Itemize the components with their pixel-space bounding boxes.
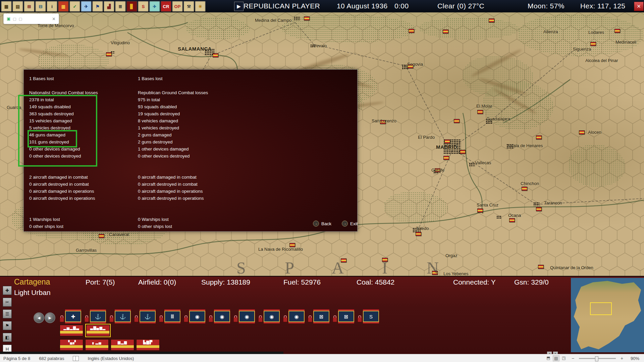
port-unit[interactable]: ◉: [239, 311, 255, 322]
loss-line: [138, 82, 208, 89]
snip-mode-icon[interactable]: ▢: [13, 17, 16, 21]
unit-symbol: ▃▇▄▆▂: [90, 326, 106, 330]
view-switcher: ⬒▤◳: [545, 355, 567, 361]
map-label: SALAMANCA: [178, 46, 212, 52]
snip-close-icon[interactable]: ✕: [52, 16, 56, 21]
close-button[interactable]: ✕: [634, 2, 644, 11]
map-label: Canaveral: [109, 232, 129, 237]
control-flag-icon: [304, 16, 310, 20]
control-flag-icon: [477, 110, 483, 114]
port-unit[interactable]: ◉: [264, 311, 280, 322]
commanders-report-icon[interactable]: CR: [161, 1, 171, 12]
flag-tool-icon[interactable]: ⚑: [3, 321, 12, 330]
rail-network-icon[interactable]: ≣: [115, 1, 126, 12]
garrison-unit[interactable]: Ⅲ: [164, 311, 180, 322]
web-layout-icon[interactable]: ◳: [561, 355, 567, 361]
status-stat: Airfield: 0(0): [138, 278, 176, 286]
scroll-units-left-button[interactable]: ◀: [34, 312, 44, 323]
unit-slot: ⚓: [85, 311, 106, 322]
rail-repair-icon[interactable]: ⚒: [183, 1, 194, 12]
floating-snip-toolbar[interactable]: ▣ ▢ ▢ ✕: [3, 13, 59, 24]
terrain-type-label: Light Urban: [14, 289, 51, 297]
snip-options-icon[interactable]: ▢: [19, 17, 22, 21]
lock-icon: [333, 317, 337, 322]
factory-unit[interactable]: ▙▇▛: [136, 339, 160, 351]
loss-line: 0 other devices destroyed: [29, 153, 98, 160]
rail-tool-icon[interactable]: ☰: [3, 309, 12, 318]
lock-icon: [159, 317, 163, 322]
read-mode-icon[interactable]: ⬒: [545, 355, 551, 361]
victory-icon[interactable]: ✓: [69, 1, 80, 12]
map-label: Garrovillas: [76, 248, 97, 253]
print-layout-icon[interactable]: ▤: [553, 355, 559, 361]
map-label: Toledo: [416, 226, 429, 231]
infantry-unit[interactable]: ⊠: [338, 311, 354, 322]
unit-list-icon[interactable]: ⊞: [24, 1, 35, 12]
loss-line: 46 guns damaged: [29, 131, 98, 138]
air-doctrine-icon[interactable]: ✈: [81, 1, 92, 12]
map-label: Vitigudino: [111, 40, 130, 45]
hq-unit[interactable]: ✚: [65, 311, 81, 322]
port-unit[interactable]: ◉: [189, 311, 205, 322]
supply-ship-unit[interactable]: S: [363, 311, 379, 322]
map-mode-icon[interactable]: ▦: [1, 1, 12, 12]
loss-line: 1 Warships lost: [29, 216, 98, 223]
scroll-units-right-button[interactable]: ▶: [45, 312, 55, 323]
back-button[interactable]: → Back: [313, 221, 331, 227]
losses-icon[interactable]: ▥: [58, 1, 69, 12]
map-label: La Nava de Ricomalillo: [258, 247, 303, 252]
scissors-tool-icon[interactable]: ✂: [3, 298, 12, 307]
port-unit[interactable]: ◉: [288, 311, 305, 322]
zoom-in-button[interactable]: +: [620, 356, 624, 361]
control-flag-icon: [99, 234, 104, 238]
warship-unit[interactable]: ▝▄▞: [60, 339, 83, 351]
map-label: Segovia: [407, 62, 423, 67]
unit-symbol: ⚓: [145, 314, 151, 319]
naval-base-unit[interactable]: ⚓: [140, 311, 156, 322]
map-label: MADRID: [436, 144, 457, 150]
port-unit[interactable]: ◉: [214, 311, 230, 322]
naval-base-unit[interactable]: ⚓: [115, 311, 131, 322]
unit-counter-row-3: ▝▄▞▖▂▄▆▂▆▙▇▛: [60, 339, 160, 351]
loss-line: 1 vehicles destroyed: [138, 124, 208, 131]
minimap[interactable]: [571, 278, 644, 352]
loss-line: 0 aircraft destroyed in operations: [29, 195, 98, 202]
city-base-unit-selected[interactable]: ▃▇▄▆▂: [86, 325, 110, 336]
infantry-unit[interactable]: ⊠: [313, 311, 329, 322]
loss-line: 0 aircraft destroyed in combat: [138, 181, 208, 188]
anchor-tool-icon[interactable]: ✚: [3, 286, 12, 295]
unit-counter-row-1: ✚⚓⚓⚓Ⅲ◉◉◉◉◉⊠⊠S: [60, 311, 379, 322]
snip-new-icon[interactable]: ▣: [7, 16, 10, 21]
objectives-flag-icon[interactable]: ⚑: [92, 1, 103, 12]
language-status[interactable]: Inglés (Estados Unidos): [88, 356, 134, 361]
control-flag-icon: [489, 18, 494, 22]
minimap-viewport-rect[interactable]: [590, 302, 612, 315]
operations-icon[interactable]: OP: [172, 1, 183, 12]
contrast-tool-icon[interactable]: ◧: [3, 333, 12, 342]
zoom-slider[interactable]: [579, 358, 616, 359]
supply-icon[interactable]: S: [138, 1, 149, 12]
artillery-icon[interactable]: ▟: [104, 1, 114, 12]
exit-button[interactable]: → Exit: [342, 221, 358, 227]
production-chart-icon[interactable]: ▊: [126, 1, 137, 12]
orders-icon[interactable]: ⊟: [35, 1, 46, 12]
proofing-icon[interactable]: [73, 356, 79, 361]
transport-ship-unit[interactable]: ▖▂▄: [85, 339, 109, 351]
loss-line: 1 Bases lost: [138, 75, 208, 82]
loss-line: 0 other devices damaged: [29, 145, 98, 153]
roster-icon[interactable]: ▤: [12, 1, 23, 12]
zoom-slider-thumb[interactable]: [595, 356, 598, 361]
naval-base-unit[interactable]: ⚓: [90, 311, 106, 322]
train-unit[interactable]: ▆▂▆: [111, 339, 134, 351]
page-count[interactable]: Página 5 de 8: [3, 356, 30, 361]
end-turn-play-icon[interactable]: ▶: [234, 2, 244, 11]
word-count[interactable]: 682 palabras: [39, 356, 64, 361]
location-name[interactable]: Cartagena: [14, 278, 50, 287]
air-transfer-icon[interactable]: ✈: [149, 1, 160, 12]
info-icon[interactable]: i: [47, 1, 57, 12]
city-base-unit[interactable]: ▂▅▂▇▃: [60, 325, 83, 336]
unit-symbol: ▙▇▛: [143, 341, 153, 344]
zoom-out-button[interactable]: −: [571, 356, 575, 361]
weather-icon[interactable]: ☀: [195, 1, 206, 12]
zoom-level[interactable]: 90%: [628, 356, 639, 361]
